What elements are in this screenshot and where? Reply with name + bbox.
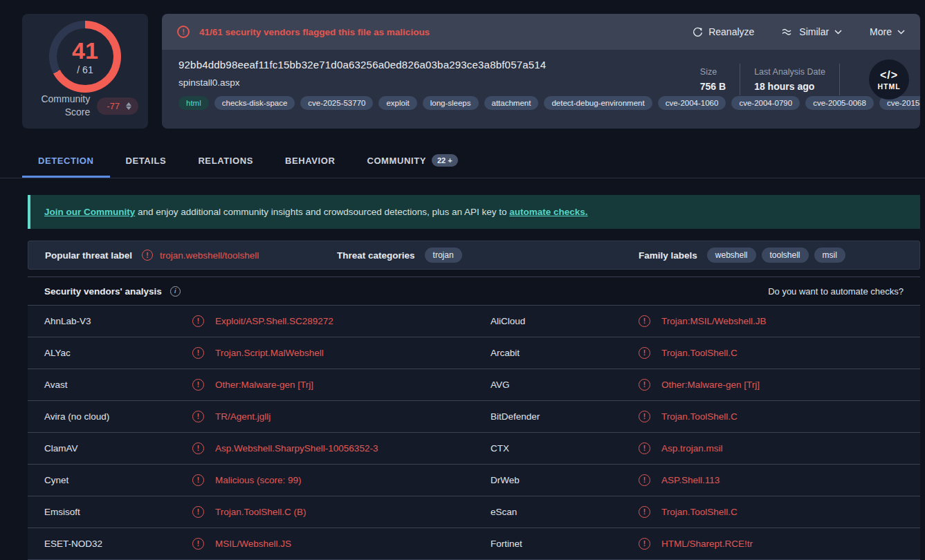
detection-result[interactable]: !Malicious (score: 99) bbox=[192, 474, 302, 486]
detection-result[interactable]: !MSIL/Webshell.JS bbox=[192, 538, 291, 550]
tab-details[interactable]: DETAILS bbox=[110, 145, 183, 178]
detection-result[interactable]: !HTML/Sharept.RCE!tr bbox=[639, 538, 753, 550]
info-icon[interactable]: i bbox=[170, 286, 181, 297]
vendor-name: Avast bbox=[44, 380, 192, 390]
detection-result[interactable]: !Trojan.ToolShell.C bbox=[639, 411, 738, 422]
vote-arrows[interactable] bbox=[126, 102, 131, 110]
detection-label: Trojan.ToolShell.C (B) bbox=[215, 507, 306, 517]
automate-checks-question-link[interactable]: Do you want to automate checks? bbox=[768, 286, 904, 297]
family-pill-toolshell[interactable]: toolshell bbox=[762, 248, 809, 263]
tag-detect-debug-environment[interactable]: detect-debug-environment bbox=[544, 96, 652, 110]
file-size: Size 756 B bbox=[700, 67, 726, 92]
tag-long-sleeps[interactable]: long-sleeps bbox=[423, 96, 479, 110]
detection-result[interactable]: !TR/Agent.jgllj bbox=[192, 411, 271, 422]
detection-label: Trojan.ToolShell.C bbox=[661, 507, 738, 517]
popular-threat-label-value[interactable]: trojan.webshell/toolshell bbox=[160, 250, 259, 261]
code-glyph: </> bbox=[880, 69, 898, 82]
vendor-name: CTX bbox=[491, 443, 639, 454]
detection-result[interactable]: !ASP.Shell.113 bbox=[639, 474, 720, 486]
alert-icon: ! bbox=[639, 347, 650, 359]
similar-button[interactable]: Similar bbox=[782, 26, 842, 37]
vendor-cell: AVG!Other:Malware-gen [Trj] bbox=[474, 369, 920, 400]
refresh-icon bbox=[693, 27, 703, 37]
tab-label: DETECTION bbox=[38, 156, 94, 166]
automate-checks-link[interactable]: automate checks. bbox=[509, 207, 587, 217]
tab-label: BEHAVIOR bbox=[285, 156, 335, 166]
detection-label: ASP.Shell.113 bbox=[661, 475, 720, 485]
divider bbox=[740, 64, 740, 95]
tag-html[interactable]: html bbox=[178, 96, 209, 110]
tab-detection[interactable]: DETECTION bbox=[22, 145, 110, 178]
table-row: ClamAV!Asp.Webshell.SharpyShell-10056352… bbox=[28, 433, 920, 465]
community-promo-banner: Join our Community and enjoy additional … bbox=[28, 195, 920, 229]
category-pill-trojan[interactable]: trojan bbox=[425, 248, 462, 263]
popular-threat-label-title: Popular threat label bbox=[45, 250, 132, 261]
tag-attachment[interactable]: attachment bbox=[484, 96, 539, 110]
detection-result[interactable]: !Trojan.ToolShell.C bbox=[639, 347, 738, 359]
alert-icon: ! bbox=[192, 506, 204, 518]
tab-community[interactable]: COMMUNITY22 + bbox=[351, 145, 473, 178]
table-row: Avira (no cloud)!TR/Agent.jglljBitDefend… bbox=[28, 401, 920, 433]
vendors-table: AhnLab-V3!Exploit/ASP.Shell.SC289272AliC… bbox=[28, 305, 920, 560]
community-count-badge: 22 + bbox=[432, 154, 458, 167]
vendors-analysis-header: Security vendors' analysis i Do you want… bbox=[28, 277, 920, 305]
promo-text: and enjoy additional community insights … bbox=[135, 207, 509, 217]
detection-score-gauge: 41 / 61 bbox=[49, 21, 121, 93]
divider bbox=[839, 64, 840, 95]
alert-icon: ! bbox=[192, 442, 204, 454]
detection-result[interactable]: !Trojan:MSIL/Webshell.JB bbox=[639, 315, 767, 327]
detection-label: Trojan.Script.MalWebshell bbox=[215, 348, 324, 358]
alert-icon: ! bbox=[639, 411, 650, 422]
tag-checks-disk-space[interactable]: checks-disk-space bbox=[214, 96, 295, 110]
detection-label: Malicious (score: 99) bbox=[215, 475, 302, 485]
last-analysis-value: 18 hours ago bbox=[754, 81, 825, 92]
more-button[interactable]: More bbox=[870, 26, 905, 37]
vendor-cell: ESET-NOD32!MSIL/Webshell.JS bbox=[28, 528, 474, 559]
chevron-down-icon bbox=[834, 30, 842, 35]
detection-result[interactable]: !Exploit/ASP.Shell.SC289272 bbox=[192, 315, 333, 327]
family-labels-title: Family labels bbox=[639, 250, 697, 261]
vote-down-icon[interactable] bbox=[126, 106, 131, 110]
vendor-cell: Arcabit!Trojan.ToolShell.C bbox=[474, 337, 920, 368]
vote-up-icon[interactable] bbox=[126, 102, 131, 106]
detection-label: MSIL/Webshell.JS bbox=[215, 539, 291, 549]
alert-icon: ! bbox=[639, 379, 650, 391]
detection-label: Other:Malware-gen [Trj] bbox=[215, 380, 313, 390]
alert-icon: ! bbox=[192, 474, 204, 486]
detection-label: Asp.Webshell.SharpyShell-10056352-3 bbox=[215, 443, 378, 454]
table-row: Cynet!Malicious (score: 99)DrWeb!ASP.She… bbox=[28, 465, 920, 496]
vendor-cell: DrWeb!ASP.Shell.113 bbox=[474, 465, 920, 496]
detection-result[interactable]: !Trojan.ToolShell.C bbox=[639, 506, 738, 518]
vendor-name: Emsisoft bbox=[44, 507, 192, 517]
family-pill-msil[interactable]: msil bbox=[814, 248, 845, 263]
detection-result[interactable]: !Other:Malware-gen [Trj] bbox=[639, 379, 760, 391]
score-card: 41 / 61 Community Score -77 bbox=[22, 14, 148, 129]
detection-label: Trojan:MSIL/Webshell.JB bbox=[661, 316, 767, 326]
tag-exploit[interactable]: exploit bbox=[378, 96, 416, 110]
detection-result[interactable]: !Asp.trojan.msil bbox=[639, 442, 723, 454]
detection-result[interactable]: !Trojan.ToolShell.C (B) bbox=[192, 506, 306, 518]
vendor-cell: AhnLab-V3!Exploit/ASP.Shell.SC289272 bbox=[28, 306, 474, 337]
community-score-stepper[interactable]: -77 bbox=[97, 97, 138, 115]
tab-relations[interactable]: RELATIONS bbox=[182, 145, 269, 178]
tab-behavior[interactable]: BEHAVIOR bbox=[269, 145, 351, 178]
community-score-value: -77 bbox=[107, 101, 120, 111]
detection-label: Exploit/ASP.Shell.SC289272 bbox=[215, 316, 333, 326]
reanalyze-button[interactable]: Reanalyze bbox=[693, 26, 754, 37]
detection-result[interactable]: !Trojan.Script.MalWebshell bbox=[192, 347, 324, 359]
family-pill-webshell[interactable]: webshell bbox=[707, 248, 756, 263]
detection-total: / 61 bbox=[77, 64, 93, 75]
similar-label: Similar bbox=[799, 26, 829, 37]
vendor-name: ESET-NOD32 bbox=[44, 539, 192, 549]
table-row: AhnLab-V3!Exploit/ASP.Shell.SC289272AliC… bbox=[28, 306, 920, 337]
detection-label: Other:Malware-gen [Trj] bbox=[661, 380, 760, 390]
join-community-link[interactable]: Join our Community bbox=[44, 207, 135, 217]
file-details: 92bb4ddb98eeaf11fc15bb32e71d0a63256a0ed8… bbox=[162, 50, 920, 129]
vendor-cell: Avira (no cloud)!TR/Agent.jgllj bbox=[28, 401, 474, 432]
detection-result[interactable]: !Other:Malware-gen [Trj] bbox=[192, 379, 313, 391]
vendor-name: eScan bbox=[491, 507, 639, 517]
vendor-name: BitDefender bbox=[491, 411, 639, 422]
tab-label: COMMUNITY bbox=[367, 156, 426, 166]
detection-result[interactable]: !Asp.Webshell.SharpyShell-10056352-3 bbox=[192, 442, 378, 454]
tag-cve-2025-53770[interactable]: cve-2025-53770 bbox=[300, 96, 373, 110]
